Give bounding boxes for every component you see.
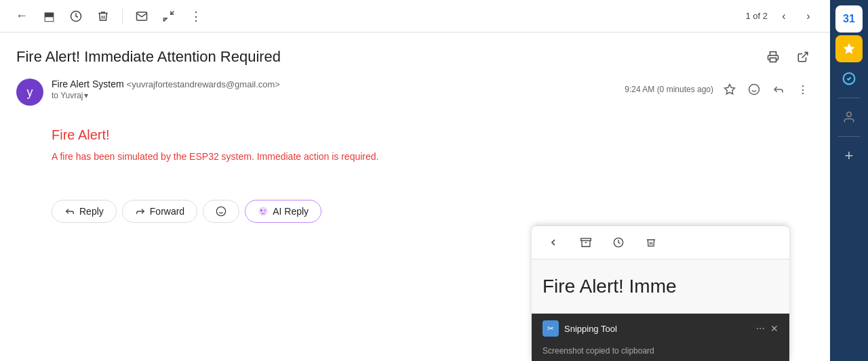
sidebar-calendar-button[interactable]: 31 bbox=[835, 5, 863, 33]
reply-label: Reply bbox=[79, 206, 104, 217]
sidebar-add-button[interactable]: + bbox=[835, 142, 863, 169]
prev-email-button[interactable]: ‹ bbox=[773, 5, 795, 27]
snipping-delete-button[interactable] bbox=[640, 232, 662, 253]
open-external-button[interactable] bbox=[792, 46, 814, 68]
move-button[interactable] bbox=[158, 5, 180, 27]
snipping-close-button[interactable]: ✕ bbox=[770, 323, 778, 334]
print-button[interactable] bbox=[762, 46, 784, 68]
sender-row: y Fire Alert System <yuvrajfortestandrew… bbox=[16, 79, 814, 106]
forward-button[interactable]: Forward bbox=[122, 200, 197, 223]
svg-point-12 bbox=[258, 207, 267, 215]
snipping-preview: Fire Alert! Imme bbox=[532, 259, 789, 314]
svg-rect-3 bbox=[770, 58, 776, 62]
mark-unread-button[interactable] bbox=[131, 5, 153, 27]
sidebar-people-button[interactable] bbox=[835, 104, 863, 131]
emoji-button[interactable] bbox=[203, 200, 239, 223]
svg-rect-15 bbox=[581, 238, 591, 240]
more-actions-button[interactable]: ⋮ bbox=[792, 79, 814, 100]
emoji-reaction-button[interactable] bbox=[743, 79, 765, 100]
sender-avatar: y bbox=[16, 79, 43, 106]
fire-message: A fire has been simulated by the ESP32 s… bbox=[52, 151, 814, 162]
delete-button[interactable] bbox=[92, 5, 114, 27]
quick-reply-button[interactable] bbox=[768, 79, 789, 100]
more-options-button[interactable]: ⋮ bbox=[185, 5, 207, 27]
chevron-down-icon: ▾ bbox=[84, 91, 88, 100]
sender-to[interactable]: to Yuvraj ▾ bbox=[52, 91, 616, 100]
action-buttons: Reply Forward AI Reply bbox=[52, 200, 814, 223]
snipping-tool-overlay: Fire Alert! Imme ✂ Snipping Tool ··· ✕ S… bbox=[532, 226, 789, 361]
next-email-button[interactable]: › bbox=[797, 5, 819, 27]
snipping-more-button[interactable]: ··· bbox=[756, 322, 765, 335]
snipping-status: Screenshot copied to clipboard bbox=[532, 343, 789, 361]
snipping-toolbar bbox=[532, 226, 789, 259]
pagination-text: 1 of 2 bbox=[745, 11, 768, 21]
subject-row: Fire Alert! Immediate Attention Required bbox=[16, 46, 814, 68]
snipping-app-name: Snipping Tool bbox=[564, 324, 751, 334]
svg-point-13 bbox=[260, 209, 262, 211]
snipping-back-button[interactable] bbox=[542, 232, 564, 253]
right-sidebar: 31 + bbox=[830, 0, 868, 361]
snipping-archive-button[interactable] bbox=[575, 232, 597, 253]
email-subject: Fire Alert! Immediate Attention Required bbox=[16, 48, 281, 66]
svg-point-14 bbox=[264, 209, 266, 211]
svg-line-4 bbox=[802, 52, 808, 58]
snipping-snooze-button[interactable] bbox=[608, 232, 629, 253]
sender-actions: ⋮ bbox=[719, 79, 814, 100]
snipping-app-icon: ✂ bbox=[542, 320, 559, 337]
svg-marker-5 bbox=[725, 85, 735, 94]
sender-name-row: Fire Alert System <yuvrajfortestandrewar… bbox=[52, 79, 616, 89]
sidebar-divider-2 bbox=[838, 136, 860, 137]
main-email-area: ← ⬒ ⋮ 1 of 2 ‹ › bbox=[0, 0, 830, 361]
svg-point-6 bbox=[749, 85, 760, 95]
ai-reply-button[interactable]: AI Reply bbox=[245, 200, 321, 223]
toolbar-divider bbox=[122, 8, 123, 24]
sender-meta: 9:24 AM (0 minutes ago) bbox=[625, 79, 814, 100]
sender-info: Fire Alert System <yuvrajfortestandrewar… bbox=[52, 79, 616, 100]
email-timestamp: 9:24 AM (0 minutes ago) bbox=[625, 85, 713, 94]
svg-point-20 bbox=[847, 112, 852, 117]
sender-name: Fire Alert System bbox=[52, 79, 124, 89]
back-button[interactable]: ← bbox=[11, 5, 33, 27]
calendar-date: 31 bbox=[843, 13, 855, 25]
svg-point-9 bbox=[216, 207, 225, 215]
email-toolbar: ← ⬒ ⋮ 1 of 2 ‹ › bbox=[0, 0, 830, 33]
star-button[interactable] bbox=[719, 79, 741, 100]
snipping-footer: ✂ Snipping Tool ··· ✕ bbox=[532, 314, 789, 343]
toolbar-right: 1 of 2 ‹ › bbox=[745, 5, 819, 27]
snipping-preview-text: Fire Alert! Imme bbox=[542, 276, 677, 297]
archive-button[interactable]: ⬒ bbox=[38, 5, 60, 27]
sender-email: <yuvrajfortestandrewards@gmail.com> bbox=[127, 79, 280, 89]
recipient-label: to Yuvraj bbox=[52, 91, 83, 100]
sidebar-divider bbox=[838, 98, 860, 98]
subject-icons bbox=[762, 46, 814, 68]
reply-button[interactable]: Reply bbox=[52, 200, 117, 223]
email-body: Fire Alert! A fire has been simulated by… bbox=[52, 122, 814, 189]
svg-marker-18 bbox=[844, 43, 855, 54]
ai-reply-label: AI Reply bbox=[273, 206, 309, 217]
fire-heading: Fire Alert! bbox=[52, 127, 814, 143]
sidebar-check-button[interactable] bbox=[835, 65, 863, 92]
forward-label: Forward bbox=[150, 206, 184, 217]
snooze-button[interactable] bbox=[65, 5, 87, 27]
sidebar-tasks-button[interactable] bbox=[835, 35, 863, 62]
